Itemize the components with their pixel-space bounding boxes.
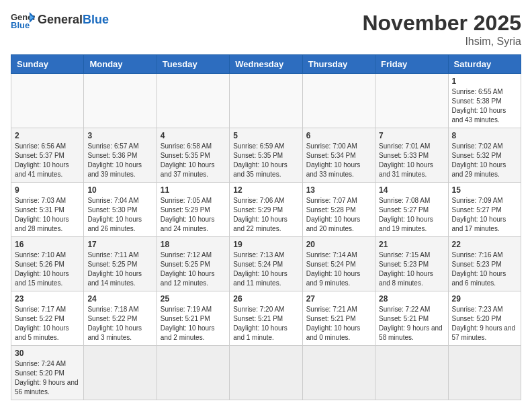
calendar-cell: 29Sunrise: 7:23 AM Sunset: 5:20 PM Dayli…: [448, 291, 521, 346]
general-blue-logo-icon: General Blue: [11, 11, 35, 30]
day-number: 22: [452, 240, 517, 249]
calendar-cell: 22Sunrise: 7:16 AM Sunset: 5:23 PM Dayli…: [448, 237, 521, 291]
calendar-cell: 25Sunrise: 7:19 AM Sunset: 5:21 PM Dayli…: [157, 291, 229, 346]
day-info: Sunrise: 7:11 AM Sunset: 5:25 PM Dayligh…: [87, 250, 152, 288]
day-info: Sunrise: 7:12 AM Sunset: 5:25 PM Dayligh…: [161, 250, 226, 288]
calendar-week-1: 1Sunrise: 6:55 AM Sunset: 5:38 PM Daylig…: [11, 74, 521, 128]
day-header-wednesday: Wednesday: [230, 55, 302, 74]
calendar-cell: 1Sunrise: 6:55 AM Sunset: 5:38 PM Daylig…: [448, 74, 521, 128]
day-number: 8: [452, 131, 517, 140]
day-number: 26: [233, 294, 298, 304]
day-info: Sunrise: 7:16 AM Sunset: 5:23 PM Dayligh…: [452, 250, 517, 288]
calendar-cell: 2Sunrise: 6:56 AM Sunset: 5:37 PM Daylig…: [11, 128, 84, 183]
day-info: Sunrise: 7:14 AM Sunset: 5:24 PM Dayligh…: [306, 250, 371, 288]
day-number: 13: [306, 185, 371, 195]
calendar-cell: 24Sunrise: 7:18 AM Sunset: 5:22 PM Dayli…: [84, 291, 157, 346]
calendar-cell: 26Sunrise: 7:20 AM Sunset: 5:21 PM Dayli…: [230, 291, 302, 346]
calendar-cell: 16Sunrise: 7:10 AM Sunset: 5:26 PM Dayli…: [11, 237, 84, 291]
calendar-cell: 9Sunrise: 7:03 AM Sunset: 5:31 PM Daylig…: [11, 183, 84, 237]
calendar-cell: [11, 74, 84, 128]
day-info: Sunrise: 7:18 AM Sunset: 5:22 PM Dayligh…: [87, 305, 152, 342]
calendar-cell: [84, 346, 157, 400]
calendar-cell: 21Sunrise: 7:15 AM Sunset: 5:23 PM Dayli…: [375, 237, 448, 291]
calendar-cell: [302, 74, 375, 128]
calendar-cell: 13Sunrise: 7:07 AM Sunset: 5:28 PM Dayli…: [302, 183, 375, 237]
day-number: 14: [379, 185, 444, 195]
calendar-cell: 18Sunrise: 7:12 AM Sunset: 5:25 PM Dayli…: [157, 237, 229, 291]
day-number: 28: [379, 294, 444, 304]
day-info: Sunrise: 7:24 AM Sunset: 5:20 PM Dayligh…: [15, 359, 80, 397]
day-info: Sunrise: 7:15 AM Sunset: 5:23 PM Dayligh…: [379, 250, 444, 288]
day-number: 9: [15, 185, 80, 195]
calendar-cell: [230, 346, 302, 400]
calendar-cell: 15Sunrise: 7:09 AM Sunset: 5:27 PM Dayli…: [448, 183, 521, 237]
calendar-header-row: SundayMondayTuesdayWednesdayThursdayFrid…: [11, 55, 521, 74]
day-info: Sunrise: 7:02 AM Sunset: 5:32 PM Dayligh…: [452, 142, 517, 179]
day-info: Sunrise: 6:59 AM Sunset: 5:35 PM Dayligh…: [233, 142, 298, 179]
location: Ihsim, Syria: [362, 36, 521, 48]
day-info: Sunrise: 7:20 AM Sunset: 5:21 PM Dayligh…: [233, 305, 298, 342]
day-number: 3: [87, 131, 152, 140]
calendar-week-4: 16Sunrise: 7:10 AM Sunset: 5:26 PM Dayli…: [11, 237, 521, 291]
calendar-cell: 19Sunrise: 7:13 AM Sunset: 5:24 PM Dayli…: [230, 237, 302, 291]
calendar-cell: 10Sunrise: 7:04 AM Sunset: 5:30 PM Dayli…: [84, 183, 157, 237]
day-info: Sunrise: 7:23 AM Sunset: 5:20 PM Dayligh…: [452, 305, 517, 342]
calendar-cell: [157, 74, 229, 128]
calendar-cell: 28Sunrise: 7:22 AM Sunset: 5:21 PM Dayli…: [375, 291, 448, 346]
calendar-cell: [302, 346, 375, 400]
day-number: 19: [233, 240, 298, 249]
day-info: Sunrise: 7:13 AM Sunset: 5:24 PM Dayligh…: [233, 250, 298, 288]
day-number: 5: [233, 131, 298, 140]
calendar-week-6: 30Sunrise: 7:24 AM Sunset: 5:20 PM Dayli…: [11, 346, 521, 400]
logo: General Blue GeneralBlue: [11, 11, 109, 30]
calendar-cell: 23Sunrise: 7:17 AM Sunset: 5:22 PM Dayli…: [11, 291, 84, 346]
calendar-cell: 20Sunrise: 7:14 AM Sunset: 5:24 PM Dayli…: [302, 237, 375, 291]
day-info: Sunrise: 7:17 AM Sunset: 5:22 PM Dayligh…: [15, 305, 80, 342]
month-title: November 2025: [362, 11, 521, 36]
day-info: Sunrise: 7:03 AM Sunset: 5:31 PM Dayligh…: [15, 196, 80, 234]
day-info: Sunrise: 7:19 AM Sunset: 5:21 PM Dayligh…: [161, 305, 226, 342]
day-info: Sunrise: 7:22 AM Sunset: 5:21 PM Dayligh…: [379, 305, 444, 342]
day-number: 29: [452, 294, 517, 304]
day-info: Sunrise: 6:55 AM Sunset: 5:38 PM Dayligh…: [452, 87, 517, 125]
calendar-cell: 27Sunrise: 7:21 AM Sunset: 5:21 PM Dayli…: [302, 291, 375, 346]
page-header: General Blue GeneralBlue November 2025 I…: [11, 11, 521, 48]
day-info: Sunrise: 7:07 AM Sunset: 5:28 PM Dayligh…: [306, 196, 371, 234]
calendar-cell: [375, 74, 448, 128]
calendar-cell: 11Sunrise: 7:05 AM Sunset: 5:29 PM Dayli…: [157, 183, 229, 237]
title-block: November 2025 Ihsim, Syria: [362, 11, 521, 48]
day-info: Sunrise: 7:09 AM Sunset: 5:27 PM Dayligh…: [452, 196, 517, 234]
calendar-cell: 8Sunrise: 7:02 AM Sunset: 5:32 PM Daylig…: [448, 128, 521, 183]
day-header-monday: Monday: [84, 55, 157, 74]
day-header-saturday: Saturday: [448, 55, 521, 74]
day-header-sunday: Sunday: [11, 55, 84, 74]
day-number: 12: [233, 185, 298, 195]
day-info: Sunrise: 7:00 AM Sunset: 5:34 PM Dayligh…: [306, 142, 371, 179]
day-number: 17: [87, 240, 152, 249]
day-number: 18: [161, 240, 226, 249]
day-number: 27: [306, 294, 371, 304]
svg-text:Blue: Blue: [11, 20, 30, 30]
day-info: Sunrise: 7:04 AM Sunset: 5:30 PM Dayligh…: [87, 196, 152, 234]
calendar-cell: [84, 74, 157, 128]
calendar-week-3: 9Sunrise: 7:03 AM Sunset: 5:31 PM Daylig…: [11, 183, 521, 237]
logo-text: GeneralBlue: [38, 13, 109, 27]
day-number: 21: [379, 240, 444, 249]
day-number: 11: [161, 185, 226, 195]
calendar-cell: 5Sunrise: 6:59 AM Sunset: 5:35 PM Daylig…: [230, 128, 302, 183]
calendar-cell: 4Sunrise: 6:58 AM Sunset: 5:35 PM Daylig…: [157, 128, 229, 183]
day-number: 15: [452, 185, 517, 195]
day-number: 10: [87, 185, 152, 195]
day-number: 2: [15, 131, 80, 140]
day-number: 24: [87, 294, 152, 304]
day-info: Sunrise: 7:06 AM Sunset: 5:29 PM Dayligh…: [233, 196, 298, 234]
calendar-cell: [230, 74, 302, 128]
day-info: Sunrise: 6:57 AM Sunset: 5:36 PM Dayligh…: [87, 142, 152, 179]
day-number: 20: [306, 240, 371, 249]
calendar-cell: 17Sunrise: 7:11 AM Sunset: 5:25 PM Dayli…: [84, 237, 157, 291]
calendar-cell: 30Sunrise: 7:24 AM Sunset: 5:20 PM Dayli…: [11, 346, 84, 400]
day-number: 7: [379, 131, 444, 140]
calendar-week-5: 23Sunrise: 7:17 AM Sunset: 5:22 PM Dayli…: [11, 291, 521, 346]
day-info: Sunrise: 7:21 AM Sunset: 5:21 PM Dayligh…: [306, 305, 371, 342]
calendar-cell: 6Sunrise: 7:00 AM Sunset: 5:34 PM Daylig…: [302, 128, 375, 183]
